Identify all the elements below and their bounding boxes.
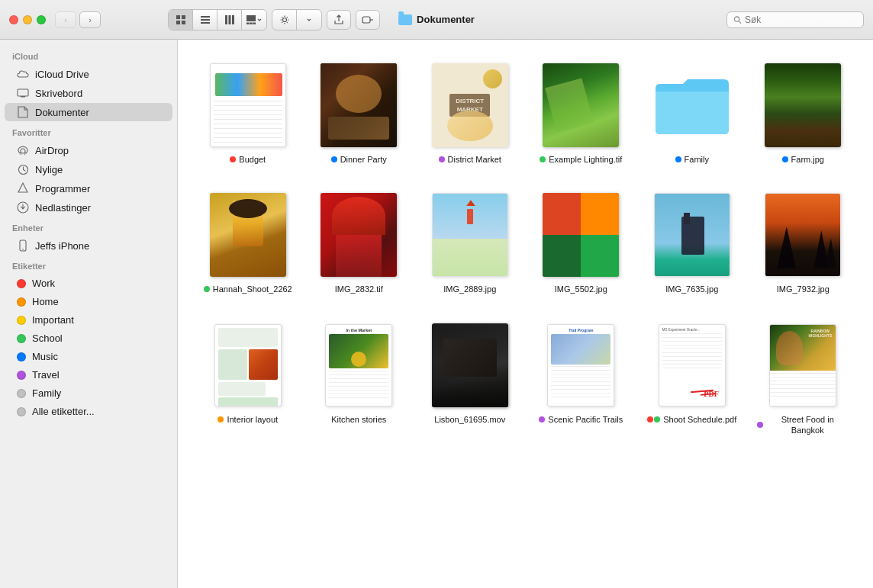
file-item-img-2832[interactable]: IMG_2832.tif [308, 185, 411, 299]
important-tag-dot [17, 316, 26, 325]
file-item-budget[interactable]: Budget [196, 55, 300, 169]
farm-tag-dot [782, 156, 788, 162]
file-label-district-market: District Market [439, 154, 501, 165]
close-button[interactable] [9, 15, 18, 24]
search-icon [733, 15, 742, 24]
file-thumb-img-7635 [646, 189, 738, 281]
svg-rect-2 [176, 21, 180, 24]
file-thumb-lisbon [424, 320, 516, 411]
sidebar-item-work[interactable]: Work [5, 275, 172, 292]
school-tag-dot [17, 334, 26, 343]
file-item-img-7932[interactable]: IMG_7932.jpg [752, 185, 855, 299]
folder-svg [654, 75, 730, 136]
main-area: iCloud iCloud Drive Skrivebord [0, 40, 873, 588]
file-item-scenic-pacific[interactable]: Trail Program Scenic Pacific Trails [530, 315, 633, 441]
settings-button[interactable] [272, 10, 297, 30]
dropdown-arrow-icon [256, 17, 263, 23]
sidebar-item-travel[interactable]: Travel [5, 366, 172, 384]
airdrop-icon [17, 144, 29, 156]
file-item-district-market[interactable]: DISTRICTMARKET District Market [418, 55, 522, 169]
file-item-img-2889[interactable]: IMG_2889.jpg [418, 185, 522, 299]
sidebar-item-skrivebord[interactable]: Skrivebord [5, 84, 172, 102]
file-label-dinner-party: Dinner Party [331, 154, 387, 165]
school-label: School [32, 333, 63, 344]
file-item-dinner-party[interactable]: Dinner Party [308, 55, 411, 169]
file-thumb-interior-layout [202, 320, 294, 411]
settings-group [272, 9, 322, 31]
sidebar-item-music[interactable]: Music [5, 348, 172, 365]
sidebar-item-family-tag[interactable]: Family [5, 384, 172, 402]
downloads-icon [17, 201, 29, 214]
devices-section-label: Enheter [0, 217, 177, 236]
file-item-farm[interactable]: Farm.jpg [752, 55, 855, 169]
shoot-schedule-tag-dot-1 [647, 416, 653, 423]
file-label-lisbon: Lisbon_61695.mov [434, 414, 505, 425]
file-item-img-5502[interactable]: IMG_5502.jpg [530, 185, 633, 299]
sidebar-item-programmer[interactable]: Programmer [5, 179, 172, 198]
svg-rect-13 [253, 22, 256, 24]
sidebar-item-important[interactable]: Important [5, 311, 172, 329]
sidebar-item-icloud-drive[interactable]: iCloud Drive [5, 65, 172, 83]
sidebar-item-nedlastinger[interactable]: Nedlastinger [5, 198, 172, 217]
file-item-interior-layout[interactable]: Interior layout [196, 315, 300, 441]
svg-rect-1 [182, 15, 185, 19]
svg-point-14 [282, 18, 286, 21]
sidebar-item-jeffs-iphone[interactable]: Jeffs iPhone [5, 236, 172, 255]
tag-icon [362, 16, 374, 24]
important-label: Important [32, 314, 74, 326]
file-item-family[interactable]: Family [640, 55, 744, 169]
sidebar-item-airdrop[interactable]: AirDrop [5, 141, 172, 159]
list-icon [200, 14, 211, 25]
icloud-drive-label: iCloud Drive [35, 69, 89, 80]
list-view-button[interactable] [193, 10, 217, 30]
view-toggle-group [168, 9, 267, 31]
column-view-button[interactable] [217, 10, 242, 30]
nedlastinger-label: Nedlastinger [35, 202, 91, 214]
search-box[interactable] [726, 11, 864, 28]
svg-rect-6 [201, 22, 210, 24]
forward-button[interactable]: › [79, 11, 101, 28]
file-item-example-lighting[interactable]: Example Lighting.tif [530, 55, 633, 169]
file-item-hannah-shoot[interactable]: Hannah_Shoot_2262 [196, 185, 300, 299]
svg-rect-17 [18, 89, 28, 96]
back-button[interactable]: ‹ [55, 11, 76, 28]
sidebar-item-dokumenter[interactable]: Dokumenter [5, 103, 172, 121]
maximize-button[interactable] [37, 15, 46, 24]
columns-icon [224, 14, 235, 25]
file-label-example-lighting: Example Lighting.tif [540, 154, 622, 165]
gallery-view-button[interactable] [242, 10, 266, 30]
file-thumb-street-food: RAINBOWHIGHLIGHTS [757, 320, 849, 411]
svg-rect-5 [201, 19, 210, 21]
file-item-shoot-schedule[interactable]: MS Experiment Oracle... PDF Shoot Schedu… [640, 315, 744, 441]
file-thumb-hannah-shoot [202, 189, 294, 281]
icon-view-button[interactable] [169, 10, 193, 30]
scenic-pacific-tag-dot [539, 416, 545, 423]
family-tag-dot [17, 389, 26, 398]
family-tag-dot-file [675, 156, 681, 162]
sidebar-item-nylige[interactable]: Nylige [5, 160, 172, 178]
district-market-tag-dot [439, 156, 445, 162]
share-icon [333, 14, 344, 25]
share-button[interactable] [327, 10, 351, 30]
travel-tag-dot [17, 371, 26, 380]
gear-icon [279, 14, 290, 25]
file-item-kitchen-stories[interactable]: In the Market Kitchen stories [308, 315, 411, 441]
file-label-img-7932: IMG_7932.jpg [777, 284, 830, 294]
recent-icon [17, 163, 29, 175]
minimize-button[interactable] [23, 15, 32, 24]
sidebar-item-alle-etiketter[interactable]: Alle etiketter... [5, 403, 172, 420]
file-item-lisbon[interactable]: Lisbon_61695.mov [418, 315, 522, 441]
sidebar-item-school[interactable]: School [5, 329, 172, 347]
file-item-street-food[interactable]: RAINBOWHIGHLIGHTS Street Food in Bangkok [752, 315, 855, 441]
file-label-budget: Budget [230, 154, 266, 165]
sidebar-item-home[interactable]: Home [5, 293, 172, 310]
tag-button[interactable] [356, 10, 380, 30]
search-input[interactable] [745, 14, 857, 25]
example-lighting-tag-dot [540, 156, 546, 162]
file-label-hannah-shoot: Hannah_Shoot_2262 [204, 284, 292, 294]
dinner-party-tag-dot [331, 156, 337, 162]
file-item-img-7635[interactable]: IMG_7635.jpg [640, 185, 744, 299]
settings-dropdown-button[interactable] [297, 10, 321, 30]
file-label-img-5502: IMG_5502.jpg [555, 284, 607, 294]
svg-rect-8 [228, 15, 230, 24]
